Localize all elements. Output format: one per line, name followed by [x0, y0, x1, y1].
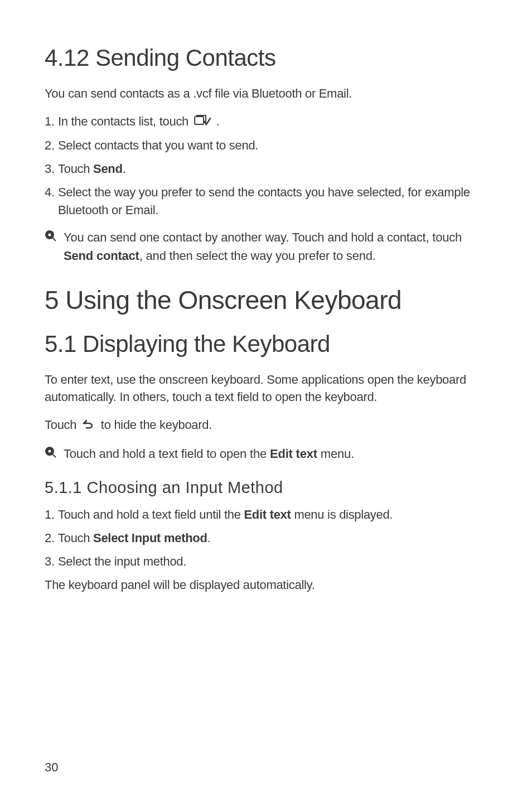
touch-hide-line: Touch to hide the keyboard.: [45, 416, 487, 434]
step-text-after: .: [207, 531, 211, 545]
step-number: 2.: [45, 529, 58, 547]
step-number: 3.: [45, 160, 58, 178]
heading-5-1: 5.1 Displaying the Keyboard: [45, 331, 487, 358]
step-text-after: .: [123, 162, 126, 176]
svg-point-4: [49, 450, 51, 453]
step-number: 4.: [45, 183, 58, 219]
note-before: Touch and hold a text field to open the: [64, 447, 270, 461]
closing-5-1-1: The keyboard panel will be displayed aut…: [45, 576, 487, 594]
step-4-12-2: 2. Select contacts that you want to send…: [45, 137, 487, 154]
heading-5-1-1: 5.1.1 Choosing an Input Method: [45, 479, 487, 497]
heading-chapter-5: 5 Using the Onscreen Keyboard: [45, 285, 487, 315]
info-icon: [45, 446, 57, 458]
note-5-1: Touch and hold a text field to open the …: [45, 445, 487, 463]
step-text-bold: Edit text: [244, 508, 291, 521]
step-content: Touch and hold a text field until the Ed…: [58, 506, 487, 524]
step-4-12-1: 1. In the contacts list, touch .: [45, 113, 487, 131]
step-5-1-1-1: 1. Touch and hold a text field until the…: [45, 506, 487, 524]
heading-4-12: 4.12 Sending Contacts: [45, 45, 487, 71]
step-content: Select the input method.: [58, 553, 487, 571]
note-4-12: You can send one contact by another way.…: [45, 228, 487, 265]
step-text-before: Touch: [58, 531, 93, 545]
step-content: Select contacts that you want to send.: [58, 137, 487, 154]
step-text-before: In the contacts list, touch: [58, 114, 192, 128]
touch-after: to hide the keyboard.: [101, 418, 212, 432]
note-before: You can send one contact by another way.…: [64, 230, 462, 244]
step-5-1-1-3: 3. Select the input method.: [45, 553, 487, 571]
step-number: 1.: [45, 113, 58, 131]
step-text-before: Touch: [58, 162, 93, 176]
page-number: 30: [45, 760, 58, 775]
step-number: 1.: [45, 506, 58, 524]
note-text: You can send one contact by another way.…: [64, 228, 487, 265]
step-text-bold: Select Input method: [93, 531, 207, 545]
intro-4-12: You can send contacts as a .vcf file via…: [45, 85, 487, 103]
info-icon: [45, 230, 57, 242]
step-text-after: .: [216, 114, 220, 128]
step-4-12-3: 3. Touch Send.: [45, 160, 487, 178]
intro-5-1: To enter text, use the onscreen keyboard…: [45, 371, 487, 407]
note-bold: Send contact: [64, 249, 139, 263]
step-content: Select the way you prefer to send the co…: [58, 183, 487, 219]
step-5-1-1-2: 2. Touch Select Input method.: [45, 529, 487, 547]
note-after: , and then select the way you prefer to …: [139, 249, 376, 263]
note-after: menu.: [317, 447, 354, 461]
multi-select-icon: [194, 113, 211, 131]
step-number: 2.: [45, 137, 58, 154]
step-content: Touch Send.: [58, 160, 487, 178]
svg-point-2: [49, 233, 51, 236]
note-bold: Edit text: [270, 447, 317, 461]
step-text-bold: Send: [93, 162, 123, 176]
step-content: Touch Select Input method.: [58, 529, 487, 547]
back-icon: [82, 417, 95, 435]
touch-before: Touch: [45, 418, 80, 432]
step-text-after: menu is displayed.: [291, 508, 393, 521]
svg-rect-0: [195, 117, 204, 124]
step-content: In the contacts list, touch .: [58, 113, 487, 131]
step-4-12-4: 4. Select the way you prefer to send the…: [45, 183, 487, 219]
step-number: 3.: [45, 553, 58, 571]
note-text: Touch and hold a text field to open the …: [64, 445, 487, 463]
step-text-before: Touch and hold a text field until the: [58, 508, 244, 521]
